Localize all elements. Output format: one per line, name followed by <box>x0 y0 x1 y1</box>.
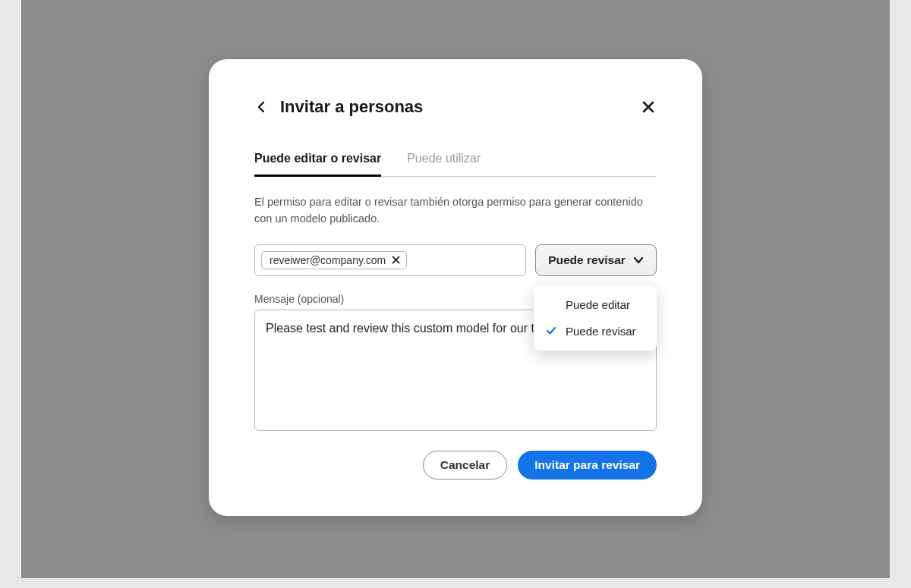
check-icon <box>544 326 558 335</box>
chevron-left-icon <box>257 101 265 113</box>
permission-dropdown-label: Puede revisar <box>548 253 626 267</box>
close-icon <box>641 100 655 114</box>
dialog-header: Invitar a personas <box>254 97 657 117</box>
dropdown-option-label: Puede editar <box>566 298 630 311</box>
tab-edit-or-review[interactable]: Puede editar o revisar <box>254 152 381 176</box>
dropdown-option-edit[interactable]: Puede editar <box>534 291 657 318</box>
permission-tabs: Puede editar o revisar Puede utilizar <box>254 152 657 177</box>
modal-backdrop: Invitar a personas Puede editar o revisa… <box>21 0 890 578</box>
dialog-header-left: Invitar a personas <box>254 97 423 117</box>
email-chip: reveiwer@company.com <box>261 251 407 269</box>
permission-dropdown-menu: Puede editar Puede revisar <box>534 285 657 351</box>
invite-input-row: reveiwer@company.com Puede revisar <box>254 244 657 276</box>
dialog-title: Invitar a personas <box>280 97 423 117</box>
chevron-down-icon <box>633 256 644 264</box>
invite-submit-button[interactable]: Invitar para revisar <box>518 451 657 480</box>
close-icon <box>392 256 400 264</box>
email-chip-text: reveiwer@company.com <box>270 254 386 266</box>
dropdown-option-label: Puede revisar <box>566 325 636 338</box>
tab-can-use[interactable]: Puede utilizar <box>407 152 481 176</box>
permission-description: El permiso para editar o revisar también… <box>254 193 657 228</box>
dropdown-option-review[interactable]: Puede revisar <box>534 318 657 344</box>
back-button[interactable] <box>254 100 268 114</box>
email-input[interactable]: reveiwer@company.com <box>254 244 526 276</box>
permission-dropdown[interactable]: Puede revisar <box>535 244 657 276</box>
remove-email-button[interactable] <box>392 256 400 264</box>
cancel-button[interactable]: Cancelar <box>423 451 507 480</box>
dialog-footer: Cancelar Invitar para revisar <box>254 451 657 480</box>
invite-dialog: Invitar a personas Puede editar o revisa… <box>209 59 702 516</box>
close-button[interactable] <box>640 99 657 115</box>
